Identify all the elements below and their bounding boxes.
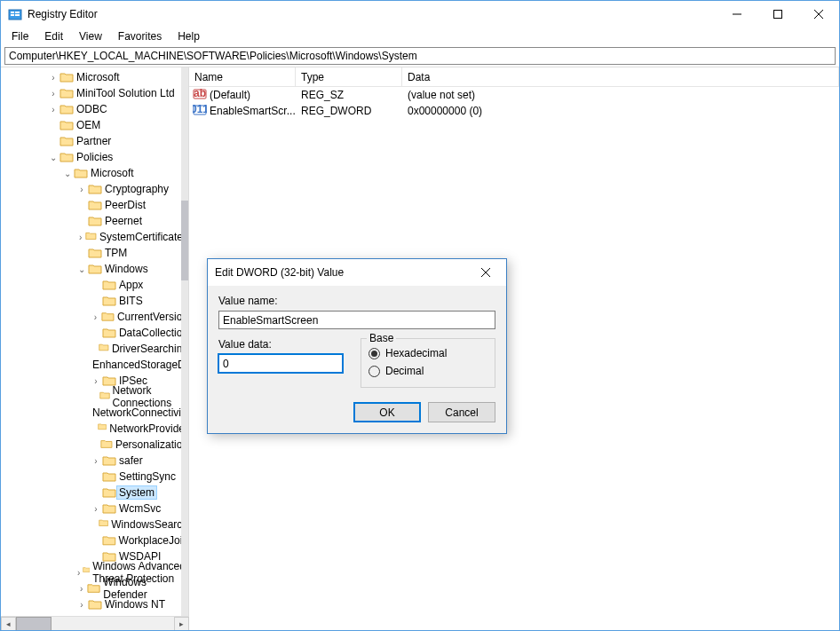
cancel-button[interactable]: Cancel (428, 402, 495, 422)
tree-item[interactable]: ›MiniTool Solution Ltd (1, 85, 188, 101)
folder-icon (59, 119, 74, 131)
tree-item[interactable]: Network Connections (1, 389, 188, 405)
tree-expand-icon[interactable]: › (75, 600, 88, 610)
radio-hexadecimal[interactable]: Hexadecimal (368, 344, 487, 362)
tree-expand-icon[interactable]: › (90, 456, 102, 466)
tree-expand-icon[interactable]: ⌄ (75, 264, 88, 274)
tree-item[interactable]: WindowsSearch (1, 517, 188, 532)
folder-icon (102, 279, 116, 291)
value-type-icon: ab (193, 88, 207, 103)
tree-item[interactable]: BITS (1, 293, 188, 309)
tree-item[interactable]: ⌄Microsoft (1, 165, 188, 181)
svg-rect-2 (11, 14, 14, 16)
tree-item[interactable]: ›Windows Defender (1, 580, 188, 596)
maximize-button[interactable] (757, 1, 798, 28)
scroll-left-button[interactable]: ◂ (1, 617, 16, 632)
col-data-header[interactable]: Data (402, 67, 839, 86)
tree-expand-icon[interactable]: › (75, 568, 83, 578)
tree-item[interactable]: ›Cryptography (1, 181, 188, 197)
folder-icon (83, 566, 91, 579)
radio-dec-indicator (368, 366, 380, 377)
folder-icon (102, 502, 116, 515)
horizontal-scrollbar[interactable]: ◂ ▸ (1, 616, 189, 631)
folder-icon (88, 247, 102, 259)
tree-item[interactable]: ›safer (1, 453, 188, 469)
folder-icon (102, 454, 116, 467)
tree-item[interactable]: EnhancedStorageDevices (1, 357, 188, 373)
tree-expand-icon[interactable]: › (47, 89, 59, 99)
folder-icon (102, 534, 116, 547)
tree-expand-icon[interactable]: › (47, 73, 59, 83)
tree-item[interactable]: ›CurrentVersion (1, 309, 188, 325)
menu-file[interactable]: File (4, 28, 36, 44)
tree-item[interactable]: ›ODBC (1, 101, 188, 117)
tree-item[interactable]: NetworkConnectivityStatusIndicator (1, 405, 188, 421)
tree-expand-icon[interactable]: › (90, 376, 102, 386)
tree-expand-icon[interactable]: › (75, 185, 88, 194)
tree-item[interactable]: DataCollection (1, 325, 188, 341)
col-name-header[interactable]: Name (189, 67, 296, 86)
tree-expand-icon[interactable]: › (75, 584, 87, 594)
close-button[interactable] (798, 1, 839, 28)
folder-icon (87, 582, 100, 595)
tree-item[interactable]: SettingSync (1, 469, 188, 485)
value-name-label: Value name: (218, 295, 495, 307)
tree-item[interactable]: Partner (1, 133, 188, 149)
tree-item[interactable]: ⌄Policies (1, 149, 188, 165)
dialog-close-button[interactable] (472, 259, 499, 286)
tree-pane[interactable]: ›Microsoft›MiniTool Solution Ltd›ODBCOEM… (1, 67, 189, 616)
value-data-label: Value data: (218, 338, 343, 351)
dialog-titlebar[interactable]: Edit DWORD (32-bit) Value (208, 259, 506, 286)
tree-item[interactable]: ›Microsoft (1, 69, 188, 85)
tree-scrollbar[interactable] (181, 67, 188, 616)
folder-icon (59, 71, 74, 83)
folder-icon (85, 231, 97, 243)
tree-expand-icon[interactable]: ⌄ (47, 153, 59, 162)
col-type-header[interactable]: Type (296, 67, 402, 86)
tree-item[interactable]: Personalization (1, 437, 188, 453)
menu-view[interactable]: View (72, 28, 109, 44)
menu-edit[interactable]: Edit (37, 28, 70, 44)
menu-favorites[interactable]: Favorites (111, 28, 169, 44)
tree-expand-icon[interactable]: › (75, 233, 85, 242)
folder-icon (100, 438, 113, 451)
menu-help[interactable]: Help (170, 28, 207, 44)
tree-item[interactable]: Peernet (1, 213, 188, 229)
base-group: Base Hexadecimal Decimal (361, 338, 495, 388)
tree-item[interactable]: ⌄Windows (1, 261, 188, 277)
tree-expand-icon[interactable]: › (90, 504, 102, 514)
hscroll-thumb[interactable] (16, 617, 52, 632)
address-bar[interactable]: Computer\HKEY_LOCAL_MACHINE\SOFTWARE\Pol… (4, 47, 836, 65)
tree-item[interactable]: System (1, 485, 188, 501)
svg-text:ab: ab (194, 88, 206, 99)
value-name: EnableSmartScr... (210, 105, 296, 117)
titlebar: Registry Editor (1, 1, 839, 28)
minimize-button[interactable] (717, 1, 757, 28)
radio-hex-label: Hexadecimal (385, 347, 447, 359)
scroll-right-button[interactable]: ▸ (174, 617, 189, 632)
tree-item[interactable]: DriverSearching (1, 341, 188, 357)
value-row[interactable]: 011EnableSmartScr...REG_DWORD0x00000000 … (189, 103, 839, 119)
folder-icon (88, 183, 102, 195)
tree-expand-icon[interactable]: › (47, 105, 59, 114)
folder-icon (102, 295, 116, 307)
value-name-input[interactable] (218, 311, 495, 329)
value-data: (value not set) (402, 89, 839, 101)
value-data-input[interactable] (218, 354, 343, 373)
value-row[interactable]: ab(Default)REG_SZ(value not set) (189, 87, 839, 103)
folder-icon (88, 215, 102, 227)
tree-item[interactable]: ›WcmSvc (1, 501, 188, 517)
ok-button[interactable]: OK (353, 402, 421, 422)
tree-item[interactable]: ›Windows NT (1, 596, 188, 612)
tree-scrollbar-thumb[interactable] (181, 201, 188, 280)
tree-item[interactable]: Appx (1, 277, 188, 293)
tree-item[interactable]: OEM (1, 117, 188, 133)
tree-item[interactable]: ›SystemCertificates (1, 229, 188, 245)
tree-expand-icon[interactable]: ⌄ (61, 169, 74, 178)
tree-expand-icon[interactable]: › (90, 312, 101, 322)
radio-decimal[interactable]: Decimal (368, 362, 487, 380)
tree-item[interactable]: NetworkProvider (1, 421, 188, 437)
tree-item[interactable]: WorkplaceJoin (1, 532, 188, 548)
tree-item[interactable]: TPM (1, 245, 188, 261)
tree-item[interactable]: PeerDist (1, 197, 188, 213)
